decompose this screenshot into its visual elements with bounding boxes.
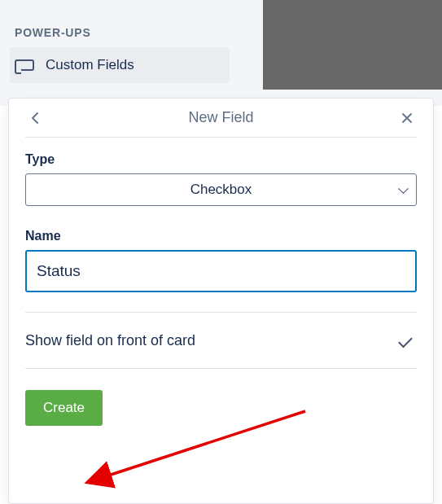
create-button-label: Create xyxy=(43,400,85,415)
custom-fields-label: Custom Fields xyxy=(46,57,134,73)
chevron-left-icon xyxy=(31,112,39,125)
show-on-front-label: Show field on front of card xyxy=(25,332,195,349)
popover-header: New Field xyxy=(25,99,417,138)
check-icon xyxy=(398,333,413,348)
board-background xyxy=(263,0,442,90)
close-button[interactable] xyxy=(397,108,417,128)
name-input[interactable] xyxy=(25,250,417,292)
back-button[interactable] xyxy=(25,108,45,128)
type-label: Type xyxy=(25,152,417,167)
new-field-popover: New Field Type Checkbox Name Show field … xyxy=(8,98,434,504)
popover-title: New Field xyxy=(188,109,253,126)
type-select-value: Checkbox xyxy=(190,182,252,197)
powerups-section-label: POWER-UPS xyxy=(15,26,91,39)
custom-fields-icon xyxy=(20,59,34,71)
type-select-wrap: Checkbox xyxy=(25,173,417,206)
show-on-front-toggle[interactable]: Show field on front of card xyxy=(25,313,417,368)
custom-fields-powerup-button[interactable]: Custom Fields xyxy=(10,47,230,83)
divider-2 xyxy=(25,368,417,369)
name-label: Name xyxy=(25,229,417,243)
close-icon xyxy=(401,112,413,124)
type-select[interactable]: Checkbox xyxy=(25,173,417,206)
create-button[interactable]: Create xyxy=(25,390,103,426)
